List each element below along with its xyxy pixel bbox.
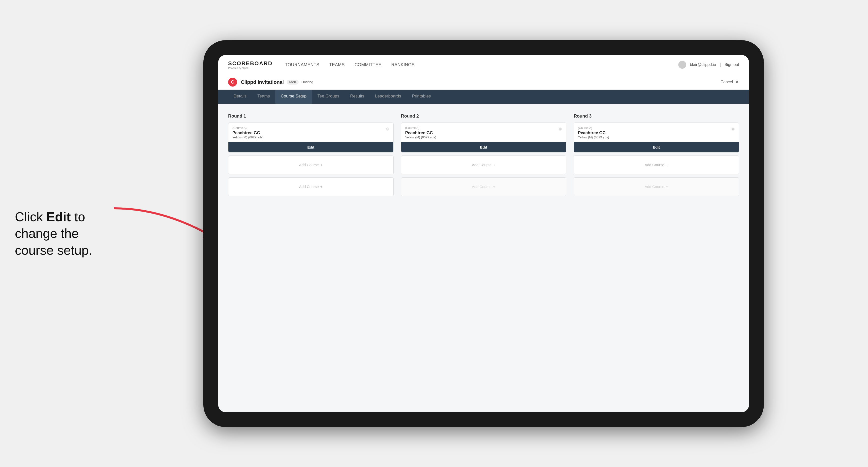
tab-bar: Details Teams Course Setup Tee Groups Re… xyxy=(218,90,749,104)
tab-course-setup[interactable]: Course Setup xyxy=(275,90,312,104)
cancel-x-icon[interactable]: ✕ xyxy=(735,80,739,85)
round-2-add-course-1[interactable]: Add Course + xyxy=(401,156,566,174)
round-1-column: Round 1 (Course A) Peachtree GC Yellow (… xyxy=(228,114,394,199)
tab-leaderboards[interactable]: Leaderboards xyxy=(370,90,407,104)
top-nav: SCOREBOARD Powered by clippd TOURNAMENTS… xyxy=(218,55,749,75)
nav-right: blair@clippd.io | Sign out xyxy=(678,61,739,69)
round-3-course-tee: Yellow (M) (6629 yds) xyxy=(578,135,609,139)
tournament-gender-badge: Men xyxy=(287,80,298,85)
main-content: Round 1 (Course A) Peachtree GC Yellow (… xyxy=(218,104,749,412)
round-1-add-course-1[interactable]: Add Course + xyxy=(228,156,394,174)
tablet-screen: SCOREBOARD Powered by clippd TOURNAMENTS… xyxy=(218,55,749,412)
user-email: blair@clippd.io xyxy=(690,62,716,67)
round-2-delete-icon[interactable]: ⊗ xyxy=(558,126,562,132)
round-2-course-tee: Yellow (M) (6629 yds) xyxy=(405,135,436,139)
tournament-name: Clippd Invitational xyxy=(241,80,284,85)
round-3-course-card: (Course A) Peachtree GC Yellow (M) (6629… xyxy=(574,123,739,153)
round-1-title: Round 1 xyxy=(228,114,394,119)
nav-rankings[interactable]: RANKINGS xyxy=(391,61,415,69)
tab-results[interactable]: Results xyxy=(345,90,370,104)
round-2-course-name: Peachtree GC xyxy=(405,130,436,135)
round-2-course-info: (Course A) Peachtree GC Yellow (M) (6629… xyxy=(405,126,436,139)
sign-out-link[interactable]: Sign out xyxy=(724,62,739,67)
round-1-edit-button[interactable]: Edit xyxy=(228,142,393,152)
nav-links: TOURNAMENTS TEAMS COMMITTEE RANKINGS xyxy=(285,61,678,69)
round-3-course-info: (Course A) Peachtree GC Yellow (M) (6629… xyxy=(578,126,609,139)
tablet-device: SCOREBOARD Powered by clippd TOURNAMENTS… xyxy=(204,40,764,427)
nav-teams[interactable]: TEAMS xyxy=(329,61,345,69)
round-2-course-label: (Course A) xyxy=(405,126,436,130)
nav-committee[interactable]: COMMITTEE xyxy=(354,61,381,69)
round-3-add-course-1[interactable]: Add Course + xyxy=(574,156,739,174)
user-avatar xyxy=(678,61,686,69)
round-3-add-plus-icon-1: + xyxy=(666,163,668,167)
round-2-course-card: (Course A) Peachtree GC Yellow (M) (6629… xyxy=(401,123,566,153)
round-1-course-info: (Course A) Peachtree GC Yellow (M) (6629… xyxy=(232,126,264,139)
round-3-edit-button[interactable]: Edit xyxy=(574,142,739,152)
tab-tee-groups[interactable]: Tee Groups xyxy=(312,90,345,104)
cancel-button[interactable]: Cancel xyxy=(720,80,733,84)
round-1-course-card: (Course A) Peachtree GC Yellow (M) (6629… xyxy=(228,123,394,153)
round-1-add-plus-icon-1: + xyxy=(320,163,322,167)
sub-header: C Clippd Invitational Men Hosting Cancel… xyxy=(218,75,749,90)
round-3-delete-icon[interactable]: ⊗ xyxy=(731,126,735,132)
round-1-add-course-2[interactable]: Add Course + xyxy=(228,177,394,196)
round-3-title: Round 3 xyxy=(574,114,739,119)
round-2-add-course-2: Add Course + xyxy=(401,177,566,196)
rounds-grid: Round 1 (Course A) Peachtree GC Yellow (… xyxy=(228,114,739,199)
sub-header-right: Cancel ✕ xyxy=(720,80,739,85)
round-2-column: Round 2 (Course A) Peachtree GC Yellow (… xyxy=(401,114,566,199)
round-3-course-label: (Course A) xyxy=(578,126,609,130)
logo-area: SCOREBOARD Powered by clippd xyxy=(228,60,273,69)
logo-scoreboard: SCOREBOARD xyxy=(228,60,273,67)
nav-tournaments[interactable]: TOURNAMENTS xyxy=(285,61,319,69)
round-1-add-plus-icon-2: + xyxy=(320,185,322,189)
round-2-add-plus-icon-2: + xyxy=(493,185,495,189)
tournament-logo: C xyxy=(228,77,237,87)
round-2-edit-button[interactable]: Edit xyxy=(401,142,566,152)
round-2-title: Round 2 xyxy=(401,114,566,119)
round-3-add-course-2: Add Course + xyxy=(574,177,739,196)
tab-details[interactable]: Details xyxy=(228,90,252,104)
round-1-course-header: (Course A) Peachtree GC Yellow (M) (6629… xyxy=(228,123,393,142)
round-3-column: Round 3 (Course A) Peachtree GC Yellow (… xyxy=(574,114,739,199)
tab-printables[interactable]: Printables xyxy=(407,90,436,104)
round-2-add-plus-icon-1: + xyxy=(493,163,495,167)
round-1-course-tee: Yellow (M) (6629 yds) xyxy=(232,135,264,139)
nav-separator: | xyxy=(720,62,721,67)
instruction-text: Click Edit tochange thecourse setup. xyxy=(15,208,92,259)
instruction-prefix: Click xyxy=(15,209,46,224)
round-3-add-plus-icon-2: + xyxy=(666,185,668,189)
hosting-badge: Hosting xyxy=(302,80,313,84)
round-1-course-name: Peachtree GC xyxy=(232,130,264,135)
round-2-course-header: (Course A) Peachtree GC Yellow (M) (6629… xyxy=(401,123,566,142)
round-3-course-name: Peachtree GC xyxy=(578,130,609,135)
logo-subtitle: Powered by clippd xyxy=(228,67,273,69)
round-1-delete-icon[interactable]: ⊗ xyxy=(385,126,390,132)
instruction-bold: Edit xyxy=(46,209,71,224)
round-1-course-label: (Course A) xyxy=(232,126,264,130)
round-3-course-header: (Course A) Peachtree GC Yellow (M) (6629… xyxy=(574,123,739,142)
tab-teams[interactable]: Teams xyxy=(252,90,275,104)
